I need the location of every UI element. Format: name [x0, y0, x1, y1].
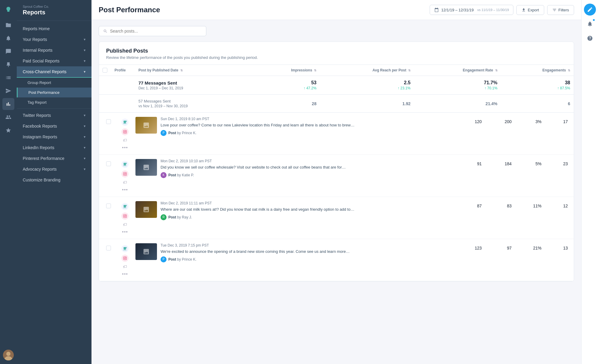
post-thumbnail — [135, 117, 157, 134]
rail-people-icon[interactable] — [2, 111, 14, 123]
rail-message-icon[interactable] — [2, 45, 14, 57]
rail-folder-icon[interactable] — [2, 19, 14, 31]
sort-icon: ⇅ — [568, 69, 570, 72]
col-engagements-header[interactable]: Engagements ⇅ — [501, 65, 574, 76]
post-content-inner: Mon Dec 2, 2019 10:10 am PST Did you kno… — [135, 159, 457, 178]
post-checkbox[interactable] — [106, 246, 111, 250]
post-impressions: 91 — [457, 159, 486, 166]
post-body: Did you know we sell our coffee wholesal… — [161, 164, 457, 170]
post-content-col: Tue Dec 3, 2019 7:15 pm PST We're excite… — [135, 243, 457, 262]
select-all-checkbox[interactable] — [103, 68, 107, 73]
current-engagements: 38 — [505, 80, 570, 85]
col-engagement-rate-header[interactable]: Engagement Rate ⇅ — [414, 65, 501, 76]
tag-icon[interactable]: 🏷 — [123, 138, 127, 143]
rail-send-icon[interactable] — [2, 85, 14, 97]
sidebar-item-internal-reports[interactable]: Internal Reports ▾ — [17, 45, 91, 56]
right-rail — [581, 0, 598, 364]
post-thumbnail — [135, 243, 157, 260]
table-header-row: Profile Post by Published Date ⇅ Impress… — [99, 65, 574, 76]
tag-icon[interactable]: 🏷 — [123, 222, 127, 227]
summary-prev-row: 57 Messages Sent vs Nov 1, 2019 – Nov 30… — [99, 95, 574, 113]
notification-button[interactable] — [584, 18, 596, 30]
compose-button[interactable] — [584, 4, 596, 16]
sidebar-item-twitter-reports[interactable]: Twitter Reports ▾ — [17, 110, 91, 121]
rail-star-icon[interactable] — [2, 124, 14, 136]
chevron-up-icon: ▾ — [84, 70, 86, 74]
sidebar-item-cross-channel-reports[interactable]: Cross-Channel Reports ▾ — [17, 66, 91, 78]
post-content-col: Mon Dec 2, 2019 10:10 am PST Did you kno… — [135, 159, 457, 178]
prev-messages-sent: 57 Messages Sent — [138, 99, 249, 103]
post-row: 🏷 ••• Sun Dec 1, 2019 8:10 am PST Love p… — [99, 113, 574, 155]
col-impressions-header[interactable]: Impressions ⇅ — [252, 65, 320, 76]
post-checkbox[interactable] — [106, 119, 111, 124]
post-engagement-rate: 5% — [516, 159, 546, 166]
post-checkbox-col — [103, 201, 115, 208]
search-input[interactable] — [110, 29, 202, 33]
platform-icon-coffee — [121, 203, 129, 210]
sidebar-item-your-reports[interactable]: Your Reports ▾ — [17, 34, 91, 45]
prev-engagements: 6 — [505, 101, 570, 106]
author-avatar: K — [161, 172, 167, 178]
main-content: Post Performance 12/1/19 – 12/31/19 vs 1… — [91, 0, 581, 364]
search-bar[interactable] — [99, 26, 206, 36]
author-avatar: P — [161, 130, 167, 136]
post-avg-reach: 200 — [486, 117, 516, 124]
export-button[interactable]: Export — [516, 5, 544, 15]
sidebar-subitem-post-performance[interactable]: Post Performance — [17, 88, 91, 97]
user-avatar[interactable] — [3, 350, 14, 360]
sidebar-item-instagram-reports[interactable]: Instagram Reports ▾ — [17, 131, 91, 142]
current-engagements-change: ↑ 87.5% — [505, 86, 570, 90]
platform-icon-coffee — [121, 119, 129, 126]
post-content-inner: Mon Dec 2, 2019 11:11 am PST Where are o… — [135, 201, 457, 220]
prev-impressions: 28 — [256, 101, 317, 106]
sidebar-item-linkedin-reports[interactable]: LinkedIn Reports ▾ — [17, 142, 91, 153]
post-text: Mon Dec 2, 2019 10:10 am PST Did you kno… — [161, 159, 457, 178]
col-avg-reach-header[interactable]: Avg Reach per Post ⇅ — [320, 65, 414, 76]
current-engagement-rate: 71.7% — [418, 80, 498, 85]
more-options-icon[interactable]: ••• — [122, 145, 128, 150]
rail-chart-icon[interactable] — [2, 98, 14, 110]
chevron-down-icon: ▾ — [84, 48, 86, 52]
help-button[interactable] — [584, 32, 596, 44]
post-checkbox-col — [103, 159, 115, 166]
current-messages-sent: 77 Messages Sent — [138, 80, 249, 85]
filters-button[interactable]: Filters — [547, 5, 574, 15]
post-engagement-rate: 11% — [516, 201, 546, 208]
post-author: R Post by Ray J. — [161, 214, 457, 220]
post-row: 🏷 ••• Mon Dec 2, 2019 11:11 am PST Where… — [99, 197, 574, 239]
sidebar-subitem-tag-report[interactable]: Tag Report — [17, 97, 91, 107]
filters-icon — [552, 8, 557, 12]
post-impressions: 87 — [457, 201, 486, 208]
post-checkbox[interactable] — [106, 204, 111, 208]
sidebar-item-advocacy-reports[interactable]: Advocacy Reports ▾ — [17, 164, 91, 175]
rail-sprout-icon[interactable] — [2, 4, 14, 16]
rail-list-icon[interactable] — [2, 72, 14, 84]
rail-pin-icon[interactable] — [2, 59, 14, 71]
more-options-icon[interactable]: ••• — [122, 187, 128, 192]
tag-icon[interactable]: 🏷 — [123, 180, 127, 185]
platform-icon-instagram — [121, 128, 129, 135]
sidebar-item-customize-branding[interactable]: Customize Branding — [17, 175, 91, 185]
sidebar-subitem-group-report[interactable]: Group Report — [17, 78, 91, 88]
author-avatar: P — [161, 256, 167, 262]
post-engagement-rate: 3% — [516, 117, 546, 124]
col-post-date-header[interactable]: Post by Published Date ⇅ — [135, 65, 252, 76]
more-options-icon[interactable]: ••• — [122, 271, 128, 277]
card-title: Published Posts — [106, 48, 567, 54]
summary-current-row: 77 Messages Sent Dec 1, 2019 – Dec 31, 2… — [99, 76, 574, 95]
more-options-icon[interactable]: ••• — [122, 229, 128, 235]
svg-point-1 — [6, 352, 10, 356]
date-range-button[interactable]: 12/1/19 – 12/31/19 vs 11/1/19 – 11/30/19 — [430, 5, 513, 15]
sidebar-item-paid-social-reports[interactable]: Paid Social Reports ▾ — [17, 56, 91, 66]
sidebar-item-pinterest-performance[interactable]: Pinterest Performance ▾ — [17, 153, 91, 164]
export-icon — [521, 8, 526, 12]
sidebar-item-reports-home[interactable]: Reports Home — [17, 23, 91, 34]
chevron-down-icon: ▾ — [84, 167, 86, 171]
notification-dot — [592, 19, 595, 22]
sidebar-item-facebook-reports[interactable]: Facebook Reports ▾ — [17, 121, 91, 131]
tag-icon[interactable]: 🏷 — [123, 264, 127, 269]
rail-bell-icon[interactable] — [2, 32, 14, 44]
post-engagements: 12 — [546, 201, 570, 208]
post-checkbox[interactable] — [106, 161, 111, 166]
filters-label: Filters — [559, 8, 569, 12]
